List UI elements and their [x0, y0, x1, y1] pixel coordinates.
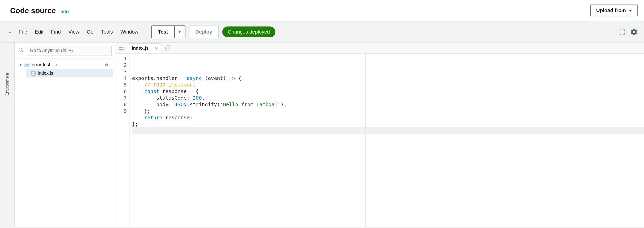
deploy-status-badge: Changes deployed — [222, 26, 275, 37]
tree-settings-gear-icon[interactable]: ▾ — [104, 63, 111, 67]
folder-row-error-test[interactable]: ▼ error-test - / ▾ — [17, 61, 113, 69]
file-tree: ▼ error-test - / ▾ — [15, 59, 115, 79]
caret-down-icon: ▼ — [628, 9, 632, 13]
fullscreen-icon[interactable] — [619, 29, 625, 35]
menu-file[interactable]: File — [19, 29, 27, 35]
svg-point-0 — [19, 48, 22, 51]
svg-text:<>: <> — [32, 72, 35, 75]
upload-from-label: Upload from — [596, 8, 626, 13]
line-number-gutter: 123456789 — [115, 54, 130, 227]
ide-menubar: ▲ File Edit Find View Go Tools Window Te… — [0, 21, 644, 43]
close-tab-icon[interactable]: ✕ — [155, 46, 158, 51]
js-file-icon: <> — [31, 71, 36, 76]
file-name: index.js — [38, 71, 53, 76]
menu-items: File Edit Find View Go Tools Window — [19, 29, 138, 35]
editor-tabbar: index.js ✕ + — [115, 43, 644, 54]
menu-view[interactable]: View — [68, 29, 79, 35]
editor-tab-label: index.js — [132, 46, 149, 51]
menu-find[interactable]: Find — [51, 29, 61, 35]
upload-from-button[interactable]: Upload from ▼ — [590, 5, 638, 16]
goto-anything-input[interactable] — [27, 46, 112, 55]
ide-workspace: Environment ▼ error-test - / — [0, 43, 644, 227]
menu-window[interactable]: Window — [120, 29, 138, 35]
editor-tab-index-js[interactable]: index.js ✕ — [127, 43, 162, 53]
menu-tools[interactable]: Tools — [101, 29, 113, 35]
new-tab-button[interactable]: + — [165, 45, 171, 51]
folder-icon — [24, 63, 30, 67]
tab-scroll-handle-icon[interactable] — [117, 44, 125, 52]
search-icon[interactable] — [18, 47, 24, 54]
page-title: Code source — [10, 6, 56, 15]
print-margin-ruler — [365, 54, 366, 227]
svg-rect-4 — [119, 47, 123, 49]
deploy-button: Deploy — [189, 25, 219, 38]
test-split-button: Test ▼ — [151, 25, 185, 38]
folder-path-suffix: - / — [53, 62, 57, 68]
caret-down-icon: ▼ — [19, 63, 22, 67]
environment-side-tab[interactable]: Environment — [0, 43, 15, 227]
code-editor[interactable]: 123456789 exports.handler = async (event… — [115, 54, 644, 227]
folder-name: error-test — [32, 62, 50, 68]
svg-line-1 — [22, 50, 23, 52]
settings-gear-icon[interactable] — [630, 28, 638, 36]
file-row-index-js[interactable]: <> index.js — [26, 69, 113, 77]
test-button[interactable]: Test — [151, 25, 174, 38]
environment-side-tab-label: Environment — [5, 73, 10, 96]
menu-edit[interactable]: Edit — [35, 29, 43, 35]
collapse-up-icon[interactable]: ▲ — [6, 30, 14, 34]
panel-header: Code source Info Upload from ▼ — [0, 0, 644, 21]
info-link[interactable]: Info — [60, 9, 69, 14]
code-content[interactable]: exports.handler = async (event) => { // … — [130, 54, 644, 227]
editor-pane: index.js ✕ + 123456789 exports.handler =… — [115, 43, 644, 227]
menu-go[interactable]: Go — [87, 29, 93, 35]
file-explorer-sidebar: ▼ error-test - / ▾ — [15, 43, 115, 227]
test-dropdown-button[interactable]: ▼ — [174, 25, 185, 38]
